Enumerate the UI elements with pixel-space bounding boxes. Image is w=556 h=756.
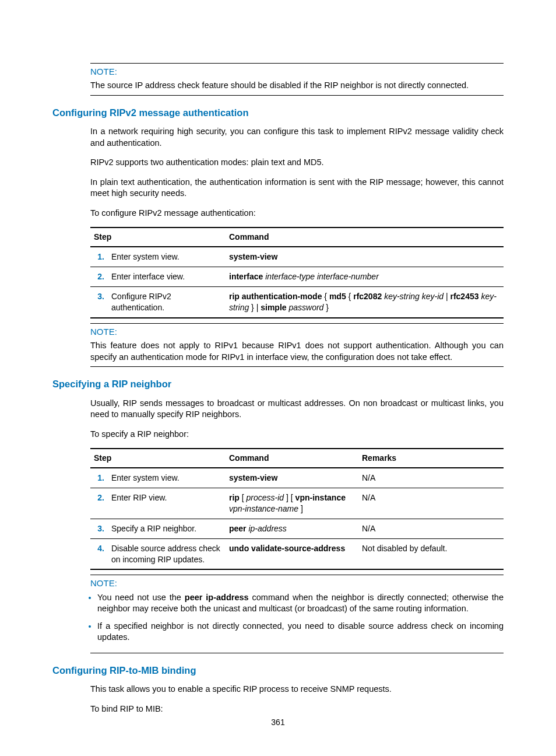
command-text: interface interface-type interface-numbe… — [226, 267, 504, 287]
step-number: 3. — [90, 287, 108, 318]
step-number: 2. — [90, 267, 108, 287]
table-row: 1.Enter system view.system-view — [90, 247, 504, 267]
steps-table-1: Step Command 1.Enter system view.system-… — [90, 227, 504, 318]
para: In plain text authentication, the authen… — [90, 177, 504, 200]
heading-ripv2-auth: Configuring RIPv2 message authentication — [52, 106, 504, 119]
heading-rip-neighbor: Specifying a RIP neighbor — [52, 377, 504, 390]
para: Usually, RIP sends messages to broadcast… — [90, 398, 504, 421]
command-text: undo validate-source-address — [226, 538, 358, 569]
note-list-item: If a specified neighbor is not directly … — [97, 621, 504, 643]
step-text: Disable source address check on incoming… — [108, 538, 226, 569]
t2-body: 1.Enter system view.system-viewN/A2.Ente… — [90, 468, 504, 569]
note-block-3: NOTE: You need not use the peer ip-addre… — [90, 575, 504, 653]
step-number: 4. — [90, 538, 108, 569]
para: To configure RIPv2 message authenticatio… — [90, 208, 504, 219]
command-text: rip [ process-id ] [ vpn-instance vpn-in… — [226, 488, 358, 519]
para: RIPv2 supports two authentication modes:… — [90, 157, 504, 169]
t1-body: 1.Enter system view.system-view2.Enter i… — [90, 247, 504, 318]
step-number: 1. — [90, 247, 108, 267]
step-text: Configure RIPv2 authentication. — [108, 287, 226, 318]
page-number: 361 — [0, 717, 556, 728]
para: This task allows you to enable a specifi… — [90, 684, 504, 695]
note-list: You need not use the peer ip-address com… — [90, 592, 504, 653]
step-text: Enter interface view. — [108, 267, 226, 287]
note-list-item: You need not use the peer ip-address com… — [97, 592, 504, 615]
para: In a network requiring high security, yo… — [90, 126, 504, 149]
th-step: Step — [90, 449, 226, 468]
note-block-1: NOTE: The source IP address check featur… — [90, 63, 504, 96]
th-command: Command — [226, 228, 504, 247]
th-remarks: Remarks — [358, 449, 504, 468]
command-text: system-view — [226, 247, 504, 267]
table-row: 3.Specify a RIP neighbor.peer ip-address… — [90, 519, 504, 538]
step-number: 1. — [90, 468, 108, 488]
th-command: Command — [226, 449, 358, 468]
bold-text: peer ip-address — [185, 593, 249, 602]
table-row: 2.Enter RIP view.rip [ process-id ] [ vp… — [90, 488, 504, 519]
step-number: 3. — [90, 519, 108, 538]
note-label: NOTE: — [90, 66, 504, 78]
table-row: 1.Enter system view.system-viewN/A — [90, 468, 504, 488]
th-step: Step — [90, 228, 226, 247]
note-label: NOTE: — [90, 326, 504, 338]
command-text: system-view — [226, 468, 358, 488]
step-text: Enter system view. — [108, 468, 226, 488]
note-label: NOTE: — [90, 578, 504, 589]
table-row: 2.Enter interface view.interface interfa… — [90, 267, 504, 287]
para: To specify a RIP neighbor: — [90, 429, 504, 440]
note-text-2: This feature does not apply to RIPv1 bec… — [90, 340, 504, 367]
steps-table-2: Step Command Remarks 1.Enter system view… — [90, 448, 504, 570]
step-text: Enter RIP view. — [108, 488, 226, 519]
table-row: 3.Configure RIPv2 authentication.rip aut… — [90, 287, 504, 318]
text: You need not use the — [97, 593, 185, 602]
para: To bind RIP to MIB: — [90, 704, 504, 715]
table-row: 4.Disable source address check on incomi… — [90, 538, 504, 569]
step-text: Specify a RIP neighbor. — [108, 519, 226, 538]
remarks-text: N/A — [358, 488, 504, 519]
heading-rip-mib: Configuring RIP-to-MIB binding — [52, 664, 504, 677]
remarks-text: N/A — [358, 468, 504, 488]
remarks-text: Not disabled by default. — [358, 538, 504, 569]
note-block-2: NOTE: This feature does not apply to RIP… — [90, 323, 504, 367]
step-number: 2. — [90, 488, 108, 519]
note-text-1: The source IP address check feature shou… — [90, 80, 504, 96]
command-text: peer ip-address — [226, 519, 358, 538]
command-text: rip authentication-mode { md5 { rfc2082 … — [226, 287, 504, 318]
step-text: Enter system view. — [108, 247, 226, 267]
remarks-text: N/A — [358, 519, 504, 538]
